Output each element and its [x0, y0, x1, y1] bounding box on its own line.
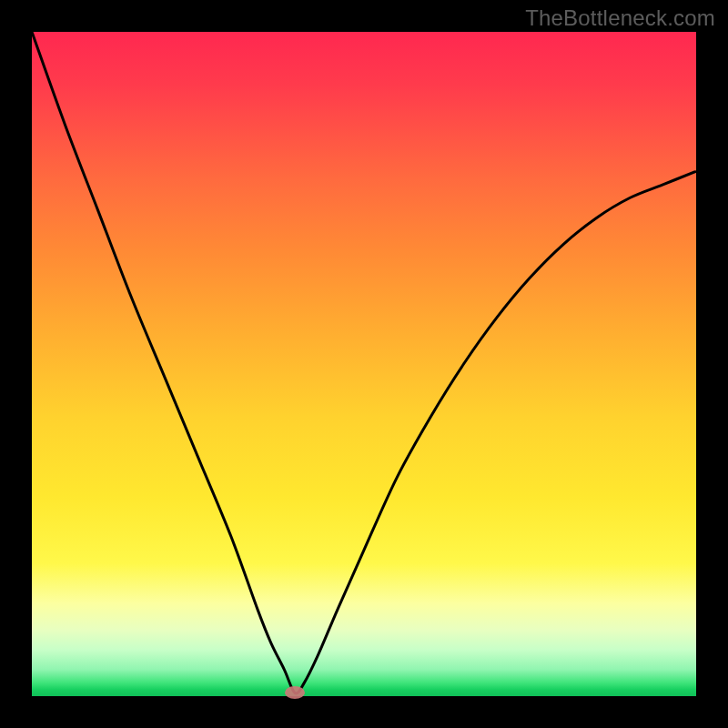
curve-path	[32, 32, 696, 693]
chart-frame: TheBottleneck.com	[0, 0, 728, 728]
bottleneck-curve	[32, 32, 696, 696]
plot-area	[32, 32, 696, 696]
watermark-text: TheBottleneck.com	[525, 5, 715, 31]
optimal-marker	[285, 686, 305, 699]
